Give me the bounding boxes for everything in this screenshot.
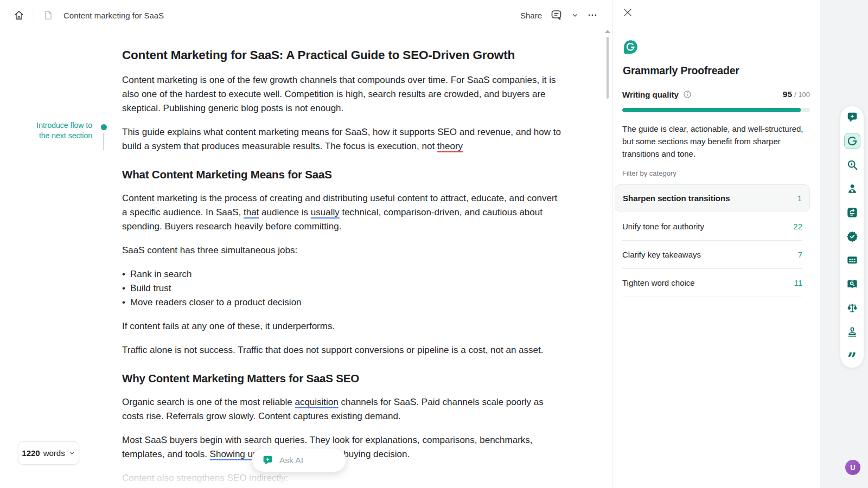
rewrite-icon[interactable] — [846, 207, 858, 219]
doc-paragraph: Content marketing is the process of crea… — [122, 191, 565, 234]
tone-balance-icon[interactable] — [846, 302, 858, 314]
suggestion-underline-red[interactable]: theory — [437, 141, 463, 151]
doc-heading-2-means: What Content Marketing Means for SaaS — [122, 168, 565, 182]
chevron-down-icon — [68, 450, 75, 457]
doc-paragraph-faded: Content also strengthens SEO indirectly: — [122, 471, 565, 485]
doc-paragraph: Content marketing is one of the few grow… — [122, 73, 565, 115]
app-window: Content marketing for SaaS Share — [0, 0, 868, 488]
comments-dropdown-button[interactable] — [571, 11, 579, 19]
sidebar-title: Grammarly Proofreader — [623, 65, 739, 77]
more-dots-icon — [587, 10, 598, 21]
home-icon — [13, 9, 25, 21]
feature-icon-rail: ” — [840, 106, 864, 368]
writing-quality-label: Writing quality — [622, 90, 679, 99]
score-max: / 100 — [794, 91, 810, 99]
category-label: Tighten word choice — [622, 278, 695, 287]
doc-bullet-item: Rank in search — [122, 267, 565, 281]
writing-quality-score: 95 / 100 — [783, 89, 810, 99]
category-item[interactable]: Unify tone for authority 22 — [622, 213, 802, 241]
topbar-divider — [34, 9, 34, 21]
scrollbar-up-arrow[interactable] — [605, 30, 610, 33]
category-count: 7 — [798, 250, 802, 259]
suggestion-underline-blue[interactable]: acquisition — [295, 397, 338, 407]
doc-heading-2-seo: Why Content Marketing Matters for SaaS S… — [122, 371, 565, 386]
close-sidebar-button[interactable] — [622, 7, 633, 18]
category-label: Unify tone for authority — [622, 222, 704, 231]
doc-paragraph: SaaS content has three simultaneous jobs… — [122, 243, 565, 258]
checks-badge-icon[interactable] — [846, 230, 858, 242]
document-content: Content Marketing for SaaS: A Practical … — [122, 48, 565, 488]
suggestion-underline-blue[interactable]: that — [244, 207, 259, 217]
doc-paragraph: Traffic alone is not success. Traffic th… — [122, 343, 565, 357]
category-count: 22 — [793, 222, 802, 231]
ai-chat-icon[interactable] — [846, 111, 858, 123]
word-count-value: 1220 — [22, 448, 40, 458]
ask-ai-button[interactable]: Ask AI — [252, 448, 346, 472]
audience-icon[interactable] — [846, 254, 858, 266]
word-count-unit: words — [43, 448, 65, 458]
scrollbar-thumb[interactable] — [607, 37, 609, 99]
stamp-icon[interactable] — [846, 326, 858, 338]
quality-summary: The guide is clear, actionable, and well… — [622, 123, 815, 160]
category-label: Sharpen section transitions — [623, 194, 730, 203]
chevron-down-icon — [571, 11, 579, 19]
document-area: Content marketing for SaaS Share — [0, 0, 612, 488]
category-count: 1 — [797, 194, 802, 203]
info-icon[interactable] — [683, 90, 692, 99]
topbar-left: Content marketing for SaaS — [13, 9, 164, 21]
margin-comment[interactable]: Introduce flow to the next section — [28, 120, 92, 141]
category-item[interactable]: Tighten word choice 11 — [622, 269, 802, 297]
ask-ai-icon — [262, 454, 273, 466]
ask-ai-label: Ask AI — [279, 455, 303, 465]
proofreader-sidebar: Grammarly Proofreader Writing quality 95… — [612, 0, 820, 488]
comment-anchor-line — [103, 133, 104, 150]
doc-bullet-item: Move readers closer to a product decisio… — [122, 296, 565, 310]
document-type-icon — [43, 10, 54, 21]
document-title-breadcrumb[interactable]: Content marketing for SaaS — [63, 11, 164, 20]
grammarly-logo-icon — [623, 40, 638, 54]
enhance-search-icon[interactable] — [846, 159, 858, 171]
close-icon — [622, 7, 633, 18]
personalize-voice-icon[interactable] — [846, 183, 858, 195]
category-item-selected[interactable]: Sharpen section transitions 1 — [615, 184, 810, 211]
comment-marker-dot[interactable] — [101, 124, 107, 130]
share-button[interactable]: Share — [520, 11, 542, 20]
right-gutter: ” U — [820, 0, 868, 488]
category-item[interactable]: Clarify key takeaways 7 — [622, 241, 802, 269]
grammarly-review-icon[interactable] — [844, 133, 860, 149]
topbar-right: Share — [520, 9, 598, 22]
doc-bullet-list: Rank in search Build trust Move readers … — [122, 267, 565, 310]
doc-paragraph: If content fails at any one of these, it… — [122, 319, 565, 333]
comment-icon — [550, 9, 563, 22]
doc-paragraph: Organic search is one of the most reliab… — [122, 395, 565, 423]
user-avatar[interactable]: U — [845, 460, 860, 475]
more-options-button[interactable] — [587, 10, 598, 21]
comments-button[interactable] — [550, 9, 563, 22]
word-count-button[interactable]: 1220 words — [18, 441, 79, 465]
doc-bullet-item: Build trust — [122, 281, 565, 296]
topbar: Content marketing for SaaS Share — [0, 0, 612, 30]
writing-quality-row: Writing quality 95 / 100 — [622, 89, 810, 99]
quality-progress-fill — [622, 108, 801, 112]
score-value: 95 — [783, 89, 792, 99]
plagiarism-icon[interactable] — [846, 278, 858, 290]
home-button[interactable] — [13, 9, 25, 21]
category-label: Clarify key takeaways — [622, 250, 701, 259]
doc-paragraph: This guide explains what content marketi… — [122, 125, 565, 153]
filter-by-category-label: Filter by category — [622, 169, 676, 177]
citations-icon[interactable]: ” — [846, 350, 858, 362]
quality-progress-bar — [622, 108, 810, 112]
category-count: 11 — [794, 278, 802, 287]
suggestion-underline-blue[interactable]: usually — [311, 207, 340, 217]
doc-heading-1: Content Marketing for SaaS: A Practical … — [122, 48, 565, 63]
